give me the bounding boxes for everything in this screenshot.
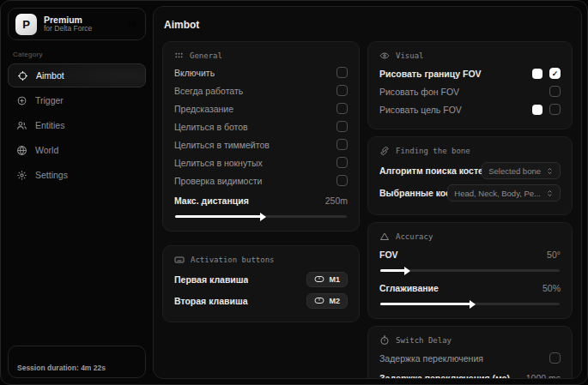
toggle-label: Рисовать фон FOV [379,87,459,97]
dropdown-value: Selected bone [488,166,541,176]
switch-delay-checkbox[interactable] [549,352,561,364]
slider-value: 50° [547,250,561,260]
toggle-label: Всегда работать [174,86,243,96]
toggle-row-visibility-check: Проверка видимости [174,171,348,189]
mouse-icon [314,275,324,283]
target-bots-checkbox[interactable] [336,121,348,132]
slider-fill[interactable] [175,215,261,218]
toggle-label: Задержка переключения [379,353,483,364]
target-knocked-checkbox[interactable] [336,157,348,168]
toggle-row-target-bots: Целиться в ботов [174,117,348,135]
slider-value: 250m [325,196,348,206]
smoothing-slider[interactable] [380,303,560,305]
selected-bones-dropdown[interactable]: Head, Neck, Body, Pe... [447,184,561,202]
slider-fill[interactable] [380,269,405,272]
fov-background-checkbox[interactable] [549,86,561,97]
toggle-row-enable: Включить [174,63,348,81]
toggle-label: Целиться в ботов [174,122,248,132]
sidebar-item-entities[interactable]: Entities [8,113,146,137]
accuracy-card: Accuracy FOV 50° Сглаживание [367,222,573,319]
fov-border-checkbox[interactable] [549,68,561,79]
sidebar-item-settings[interactable]: Settings [8,163,146,187]
chevron-up-down-icon [546,167,554,175]
always-work-checkbox[interactable] [336,85,348,96]
keybind-label: Вторая клавиша [174,296,248,306]
toggle-row-fov-border: Рисовать границу FOV [379,64,561,82]
section-title: Finding the bone [396,147,470,155]
fov-target-color-swatch[interactable] [532,105,543,115]
toggle-label: Рисовать границу FOV [379,69,482,79]
toggle-row-target-knocked: Целиться в нокнутых [174,153,348,171]
sync-settings-icon[interactable] [128,19,138,29]
app-window: P Premium for Delta Force Category Aimbo… [0,0,588,385]
slider-label: Сглаживание [379,283,439,293]
slider-label-row: Макс. дистанция 250m [174,191,348,209]
bone-algorithm-dropdown[interactable]: Selected bone [482,162,561,179]
accuracy-card-header: Accuracy [379,232,561,242]
sidebar: P Premium for Delta Force Category Aimbo… [1,1,153,384]
brand-box: P Premium for Delta Force [8,8,146,40]
chevron-up-down-icon [546,189,554,197]
keyboard-icon [174,255,185,265]
switch-delay-card: Switch Delay Задержка переключения Задер… [367,326,573,379]
switch-delay-card-header: Switch Delay [379,335,561,346]
page-title: Aimbot [164,19,573,31]
right-column: Visual Рисовать границу FOV Рисовать фон… [367,41,573,379]
triangle-icon [379,232,390,242]
max-distance-slider-row: Макс. дистанция 250m [174,191,348,218]
gear-icon [16,170,27,181]
dropdown-label: Выбранные кости [379,188,447,198]
trigger-icon [16,95,27,106]
slider-label-row: Задержка переключения (мс) 1000 ms [379,369,561,379]
enable-checkbox[interactable] [336,67,348,78]
smoothing-slider-row: Сглаживание 50% [379,279,561,305]
max-distance-slider[interactable] [175,215,347,218]
slider-label-row: FOV 50° [379,245,561,263]
visual-card-header: Visual [379,51,561,61]
switch-delay-ms-slider-row: Задержка переключения (мс) 1000 ms [379,369,561,379]
bone-algorithm-row: Алгоритм поиска костей Selected bone [379,159,561,182]
category-label: Category [13,51,146,58]
mouse-icon [314,297,324,304]
activation-card-header: Activation buttons [174,255,348,265]
fov-border-color-swatch[interactable] [532,69,543,79]
primary-keybind-button[interactable]: M1 [306,272,348,287]
target-teammates-checkbox[interactable] [336,139,348,150]
toggle-label: Целиться в тиммейтов [174,140,270,150]
fov-target-checkbox[interactable] [549,104,561,115]
toggle-row-prediction: Предсказание [174,99,348,117]
stopwatch-icon [379,335,390,346]
secondary-keybind-button[interactable]: M2 [306,293,348,309]
fov-slider[interactable] [380,269,560,272]
sidebar-item-label: Settings [35,170,68,180]
slider-label: Задержка переключения (мс) [379,373,510,380]
bone-card-header: Finding the bone [379,146,561,156]
visibility-check-checkbox[interactable] [336,175,348,186]
sidebar-item-label: World [35,145,58,155]
slider-label: Макс. дистанция [174,196,249,206]
sidebar-item-world[interactable]: World [8,138,146,162]
dropdown-value: Head, Neck, Body, Pe... [454,189,541,198]
keybind-row-secondary: Вторая клавиша M2 [174,290,348,311]
fov-border-controls [532,68,561,79]
toggle-label: Целиться в нокнутых [174,158,263,168]
grid-icon [174,51,184,60]
slider-value: 50% [543,283,561,293]
brand-text: Premium for Delta Force [44,15,121,33]
dropdown-label: Алгоритм поиска костей [379,165,482,176]
sidebar-item-trigger[interactable]: Trigger [8,88,146,112]
section-title: Accuracy [396,232,433,241]
brand-logo: P [15,14,37,35]
slider-label-row: Сглаживание 50% [379,279,561,297]
toggle-row-switch-delay: Задержка переключения [379,349,561,367]
sidebar-item-aimbot[interactable]: Aimbot [8,63,146,87]
brand-subtitle: for Delta Force [44,25,121,33]
sidebar-item-label: Entities [35,120,64,130]
fov-slider-row: FOV 50° [379,245,561,272]
content-columns: General Включить Всегда работать Предска… [162,41,573,379]
section-title: Visual [396,51,424,60]
slider-fill[interactable] [380,303,470,305]
toggle-row-target-teammates: Целиться в тиммейтов [174,135,348,153]
prediction-checkbox[interactable] [336,103,348,114]
visual-card: Visual Рисовать границу FOV Рисовать фон… [367,41,573,129]
